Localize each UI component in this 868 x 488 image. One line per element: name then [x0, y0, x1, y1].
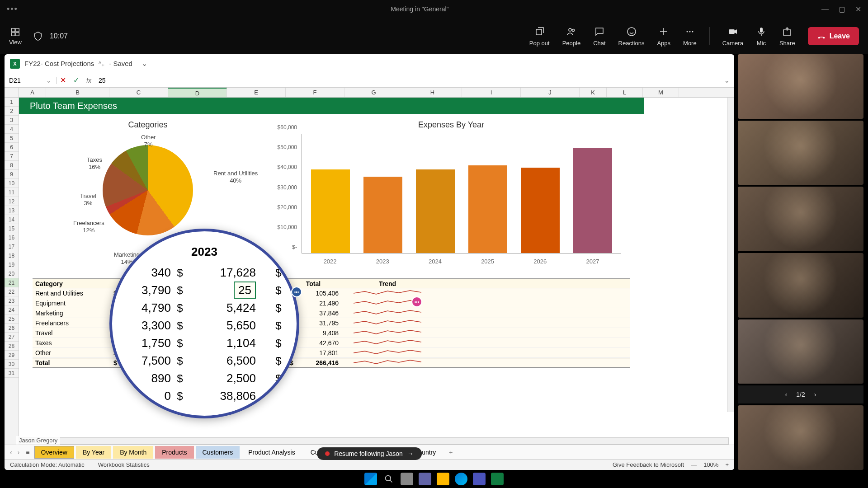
row-header[interactable]: 24 [5, 305, 19, 314]
close-button[interactable]: ✕ [855, 5, 861, 14]
spreadsheet-grid[interactable]: Pluto Team Expenses Categories Other7% T… [19, 98, 734, 445]
column-header[interactable]: M [643, 88, 679, 97]
row-header[interactable]: 31 [5, 369, 19, 378]
task-view-button[interactable] [401, 473, 413, 485]
feedback-link[interactable]: Give Feedback to Microsoft [613, 461, 684, 468]
expand-formulabar-button[interactable]: ⌄ [720, 77, 734, 84]
column-header[interactable]: L [607, 88, 643, 97]
row-header[interactable]: 1 [5, 98, 19, 107]
row-header[interactable]: 9 [5, 170, 19, 179]
resume-following-pill[interactable]: Resume following Jason → [317, 447, 422, 460]
all-sheets-button[interactable]: ≡ [23, 449, 32, 456]
row-headers[interactable]: 1234567891011121314151617181920212223242… [5, 98, 19, 445]
row-header[interactable]: 27 [5, 333, 19, 342]
horizontal-scrollbar[interactable] [19, 437, 729, 445]
column-headers[interactable]: ABCDEFGHIJKLM [5, 88, 734, 98]
share-button[interactable]: Share [779, 26, 795, 47]
row-header[interactable]: 26 [5, 324, 19, 333]
bar-chart[interactable]: Expenses By Year $-$10,000$20,000$30,000… [272, 120, 630, 274]
reactions-button[interactable]: Reactions [618, 26, 645, 47]
participant-video-tile[interactable] [738, 187, 863, 251]
zoom-in-button[interactable]: + [725, 461, 729, 468]
apps-button[interactable]: Apps [657, 26, 670, 47]
row-header[interactable]: 6 [5, 143, 19, 152]
fx-icon[interactable]: fx [83, 77, 95, 84]
column-header[interactable]: K [580, 88, 607, 97]
view-button[interactable]: View [9, 27, 22, 46]
column-header[interactable]: G [344, 88, 403, 97]
people-button[interactable]: People [562, 26, 580, 47]
row-header[interactable]: 18 [5, 251, 19, 260]
column-header[interactable]: H [403, 88, 462, 97]
row-header[interactable]: 22 [5, 287, 19, 296]
zoom-level[interactable]: 100% [703, 461, 718, 468]
sheet-tab[interactable]: By Month [113, 446, 153, 459]
column-header[interactable]: I [462, 88, 521, 97]
calc-mode[interactable]: Calculation Mode: Automatic [10, 461, 85, 468]
sheet-tab[interactable]: Products [155, 446, 193, 459]
edge-icon[interactable] [455, 473, 467, 485]
participant-video-tile[interactable] [738, 121, 863, 185]
excel-filename[interactable]: FY22- Cost Projections [24, 60, 94, 67]
row-header[interactable]: 4 [5, 125, 19, 134]
start-button[interactable] [364, 473, 377, 485]
column-header[interactable]: F [286, 88, 344, 97]
row-header[interactable]: 11 [5, 188, 19, 197]
camera-button[interactable]: Camera [722, 26, 743, 47]
meeting-info[interactable]: 10:07 [33, 31, 68, 41]
row-header[interactable]: 20 [5, 269, 19, 278]
column-header[interactable]: E [227, 88, 286, 97]
column-header[interactable]: J [521, 88, 580, 97]
coauthor-icon[interactable]: ᴬ₊ [99, 60, 104, 67]
maximize-button[interactable]: ▢ [839, 5, 845, 14]
sheet-tab[interactable]: Product Analysis [241, 446, 302, 459]
row-header[interactable]: 15 [5, 224, 19, 233]
mic-button[interactable]: Mic [756, 26, 767, 47]
accept-edit-button[interactable]: ✓ [70, 76, 83, 84]
popout-button[interactable]: Pop out [529, 26, 550, 47]
row-header[interactable]: 5 [5, 134, 19, 143]
row-header[interactable]: 7 [5, 152, 19, 161]
search-button[interactable] [382, 473, 395, 485]
row-header[interactable]: 14 [5, 215, 19, 224]
video-next-button[interactable]: › [814, 391, 816, 398]
row-header[interactable]: 17 [5, 242, 19, 251]
row-header[interactable]: 3 [5, 116, 19, 125]
name-box[interactable]: D21 ⌄ [5, 77, 57, 84]
row-header[interactable]: 29 [5, 351, 19, 360]
column-header[interactable]: B [46, 88, 109, 97]
participant-video-tile[interactable] [738, 319, 863, 384]
sheet-tab[interactable]: Overview [34, 446, 74, 459]
cancel-edit-button[interactable]: ✕ [57, 76, 70, 84]
row-header[interactable]: 12 [5, 197, 19, 206]
add-sheet-button[interactable]: + [444, 449, 457, 456]
row-header[interactable]: 25 [5, 314, 19, 324]
column-header[interactable]: A [19, 88, 46, 97]
chevron-down-icon[interactable]: ⌄ [142, 59, 147, 68]
sheet-tab[interactable]: Customers [196, 446, 240, 459]
teams-app-icon[interactable] [419, 473, 431, 485]
row-header[interactable]: 21 [5, 278, 19, 287]
next-sheet-button[interactable]: › [16, 449, 22, 456]
minimize-button[interactable]: ― [821, 5, 829, 14]
row-header[interactable]: 28 [5, 342, 19, 351]
participant-video-tile[interactable] [738, 405, 863, 470]
vertical-scrollbar[interactable] [727, 98, 734, 412]
formula-input[interactable]: 25 [95, 77, 720, 84]
row-header[interactable]: 19 [5, 260, 19, 269]
workbook-stats[interactable]: Workbook Statistics [98, 461, 150, 468]
column-header[interactable]: C [109, 88, 168, 97]
file-explorer-icon[interactable] [437, 473, 449, 485]
zoom-out-button[interactable]: ― [691, 461, 697, 468]
teams-icon[interactable] [473, 473, 486, 485]
row-header[interactable]: 16 [5, 233, 19, 242]
prev-sheet-button[interactable]: ‹ [8, 449, 14, 456]
column-header[interactable]: D [168, 88, 227, 97]
leave-button[interactable]: Leave [808, 27, 859, 45]
row-header[interactable]: 8 [5, 161, 19, 170]
excel-icon[interactable] [491, 473, 504, 485]
chat-button[interactable]: Chat [593, 26, 605, 47]
editing-cell[interactable]: 25 [234, 282, 256, 299]
sheet-tab[interactable]: By Year [76, 446, 111, 459]
row-header[interactable]: 23 [5, 296, 19, 305]
